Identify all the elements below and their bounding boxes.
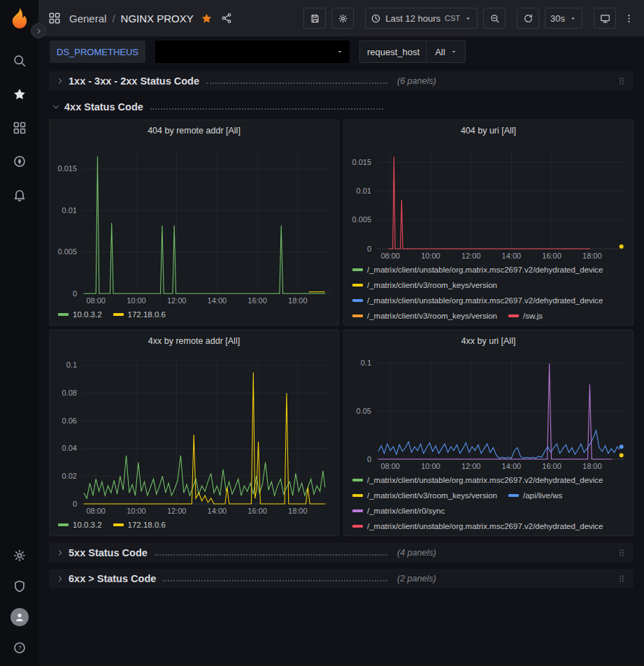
share-icon[interactable] <box>221 13 232 24</box>
time-range-label: Last 12 hours <box>385 13 441 24</box>
sidebar-item-alerting[interactable] <box>4 178 35 212</box>
svg-text:0.005: 0.005 <box>57 247 77 256</box>
svg-text:?: ? <box>17 644 21 651</box>
sidebar-item-starred[interactable] <box>4 78 35 111</box>
dotted-leader <box>150 108 383 110</box>
panel-title[interactable]: 4xx by uri [All] <box>344 331 633 352</box>
legend-item[interactable]: /_matrix/client/v3/room_keys/version <box>352 278 497 292</box>
panel-title[interactable]: 404 by uri [All] <box>344 120 633 141</box>
grafana-logo[interactable] <box>8 6 31 30</box>
save-icon <box>310 13 320 24</box>
legend-label: 10.0.3.2 <box>73 518 102 532</box>
chart-4xx-by-uri[interactable]: 08:0010:0012:0014:0016:0018:0000.050.1 <box>344 352 633 472</box>
variable-value-text: All <box>435 47 445 57</box>
variable-value-ds-prometheus[interactable] <box>155 41 350 63</box>
refresh-interval-picker[interactable]: 30s <box>545 8 582 29</box>
legend-item[interactable]: 172.18.0.6 <box>113 307 166 321</box>
legend-label: /_matrix/client/v3/room_keys/version <box>367 488 497 502</box>
zoom-out-icon <box>489 13 500 24</box>
svg-text:0: 0 <box>367 455 371 463</box>
avatar <box>10 608 29 626</box>
sidebar-item-help[interactable]: ? <box>4 632 35 663</box>
person-icon <box>13 611 26 623</box>
refresh-button[interactable] <box>517 8 539 29</box>
refresh-interval-label: 30s <box>550 13 565 24</box>
sidebar-item-configuration[interactable] <box>4 540 35 571</box>
legend-swatch <box>58 523 69 526</box>
refresh-icon <box>523 13 534 24</box>
more-options-button[interactable] <box>622 8 636 29</box>
legend-item[interactable]: /_matrix/client/unstable/org.matrix.msc2… <box>352 473 603 487</box>
row-5xx-status-code[interactable]: 5xx Status Code (4 panels) <box>49 543 634 563</box>
svg-text:16:00: 16:00 <box>542 462 561 470</box>
row-4xx-status-code[interactable]: 4xx Status Code <box>49 97 634 117</box>
legend-item[interactable]: /_matrix/client/unstable/org.matrix.msc2… <box>352 263 603 277</box>
svg-text:08:00: 08:00 <box>380 252 400 260</box>
chart-canvas: 08:0010:0012:0014:0016:0018:0000.0050.01… <box>344 141 633 261</box>
legend-label: 172.18.0.6 <box>128 307 166 321</box>
legend-item[interactable]: /api/live/ws <box>508 488 562 502</box>
svg-text:0.1: 0.1 <box>361 359 371 367</box>
svg-text:0: 0 <box>73 500 77 508</box>
chart-404-by-remote-addr[interactable]: 08:0010:0012:0014:0016:0018:0000.0050.01… <box>50 141 338 306</box>
apps-grid-icon[interactable] <box>48 12 61 24</box>
caret-down-icon <box>464 15 472 22</box>
time-range-picker[interactable]: Last 12 hours CST <box>365 8 478 29</box>
panel-title[interactable]: 404 by remote addr [All] <box>50 120 338 141</box>
bell-icon <box>13 188 27 202</box>
legend-item[interactable]: /_matrix/client/r0/sync <box>352 504 445 518</box>
svg-text:12:00: 12:00 <box>167 296 187 305</box>
svg-text:18:00: 18:00 <box>582 252 602 260</box>
sidebar-expand-button[interactable] <box>31 23 46 38</box>
svg-text:10:00: 10:00 <box>421 462 441 470</box>
row-left: 6xx > Status Code <box>56 573 387 584</box>
legend-item[interactable]: /sw.js <box>508 309 543 323</box>
legend-swatch <box>352 479 363 482</box>
sidebar-item-server-admin[interactable] <box>4 571 35 602</box>
svg-text:14:00: 14:00 <box>502 462 522 470</box>
svg-text:0: 0 <box>73 289 77 298</box>
legend-label: /_matrix/client/unstable/org.matrix.msc2… <box>367 473 603 487</box>
legend-item[interactable]: /_matrix/client/v3/room_keys/version <box>352 309 497 323</box>
tv-mode-button[interactable] <box>594 8 616 29</box>
breadcrumb-section[interactable]: General <box>69 13 106 24</box>
panel-title[interactable]: 4xx by remote addr [All] <box>50 331 338 352</box>
svg-text:0.02: 0.02 <box>62 472 77 480</box>
sidebar-item-search[interactable] <box>4 44 35 78</box>
favorite-star-icon[interactable] <box>201 13 213 24</box>
variable-value-request-host[interactable]: All <box>428 41 465 63</box>
chart-legend: 10.0.3.2172.18.0.6 <box>50 306 338 325</box>
row-6xx-status-code[interactable]: 6xx > Status Code (2 panels) <box>49 569 634 588</box>
sidebar-item-profile[interactable] <box>4 602 35 632</box>
sidebar-item-dashboards[interactable] <box>4 111 35 145</box>
drag-handle-icon[interactable] <box>617 75 627 87</box>
legend-item[interactable]: /_matrix/client/unstable/org.matrix.msc2… <box>352 294 603 307</box>
svg-text:0.05: 0.05 <box>357 407 371 415</box>
legend-label: /_matrix/client/unstable/org.matrix.msc2… <box>367 263 603 277</box>
sidebar-item-explore[interactable] <box>4 145 35 178</box>
legend-item[interactable]: /_matrix/client/unstable/org.matrix.msc2… <box>352 519 603 533</box>
zoom-out-button[interactable] <box>483 8 506 29</box>
drag-handle-icon[interactable] <box>617 573 627 584</box>
svg-text:10:00: 10:00 <box>127 507 146 515</box>
legend-item[interactable]: 10.0.3.2 <box>58 518 102 532</box>
drag-handle-icon[interactable] <box>617 547 627 558</box>
chart-404-by-uri[interactable]: 08:0010:0012:0014:0016:0018:0000.0050.01… <box>344 141 633 261</box>
legend-item[interactable]: 172.18.0.6 <box>113 518 166 532</box>
chart-4xx-by-remote-addr[interactable]: 08:0010:0012:0014:0016:0018:0000.020.040… <box>50 352 338 516</box>
svg-text:08:00: 08:00 <box>86 507 106 515</box>
row-1xx-3xx-2xx-status-code[interactable]: 1xx - 3xx - 2xx Status Code (6 panels) <box>49 71 634 91</box>
legend-item[interactable]: 10.0.3.2 <box>58 307 102 321</box>
legend-label: /_matrix/client/v3/room_keys/version <box>367 309 497 323</box>
dashboard-title[interactable]: NGINX PROXY <box>121 13 194 24</box>
variable-label-ds-prometheus: DS_PROMETHEUS <box>50 41 145 63</box>
svg-text:0.04: 0.04 <box>62 444 77 452</box>
legend-item[interactable]: /_matrix/client/v3/room_keys/version <box>352 488 497 502</box>
svg-text:12:00: 12:00 <box>167 507 187 515</box>
save-dashboard-button[interactable] <box>303 8 326 29</box>
breadcrumb-separator: / <box>112 13 115 24</box>
legend-label: /sw.js <box>523 309 543 323</box>
dashboard-settings-button[interactable] <box>331 8 354 29</box>
grafana-app: ? General / NGINX PROXY Last 12 hours CS… <box>0 0 644 666</box>
legend-swatch <box>352 509 363 512</box>
